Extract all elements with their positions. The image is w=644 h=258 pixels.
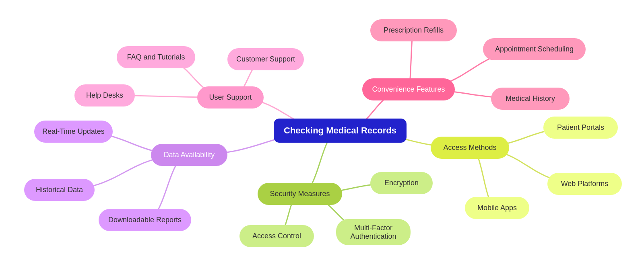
node-label-patient_portals: Patient Portals	[557, 123, 604, 132]
node-label-center: Checking Medical Records	[284, 125, 396, 136]
node-label-downloadable_reports: Downloadable Reports	[108, 216, 182, 224]
node-label-user_support: User Support	[209, 93, 252, 102]
node-label-convenience_features: Convenience Features	[372, 85, 445, 94]
node-user_support: User Support	[197, 86, 264, 109]
node-patient_portals: Patient Portals	[543, 117, 618, 139]
node-label-historical_data: Historical Data	[36, 186, 83, 194]
node-real_time_updates: Real-Time Updates	[34, 121, 113, 143]
node-medical_history: Medical History	[491, 88, 570, 110]
node-label-appointment_scheduling: Appointment Scheduling	[495, 45, 574, 53]
node-label-real_time_updates: Real-Time Updates	[42, 127, 104, 136]
node-access_methods: Access Methods	[431, 137, 509, 159]
node-label-web_platforms: Web Platforms	[561, 180, 609, 188]
node-prescription_refills: Prescription Refills	[370, 19, 457, 41]
node-label-faq_tutorials: FAQ and Tutorials	[127, 53, 185, 61]
node-label-prescription_refills: Prescription Refills	[384, 26, 444, 35]
node-label-mfa: Multi-FactorAuthentication	[350, 224, 396, 241]
node-faq_tutorials: FAQ and Tutorials	[117, 46, 195, 68]
node-mobile_apps: Mobile Apps	[465, 197, 529, 219]
node-label-medical_history: Medical History	[506, 94, 555, 103]
node-data_availability: Data Availability	[151, 144, 227, 166]
node-mfa: Multi-FactorAuthentication	[336, 219, 411, 245]
node-label-data_availability: Data Availability	[164, 151, 215, 159]
node-label-access_methods: Access Methods	[443, 143, 496, 152]
node-web_platforms: Web Platforms	[547, 173, 622, 195]
node-downloadable_reports: Downloadable Reports	[99, 209, 191, 231]
node-label-access_control: Access Control	[252, 232, 301, 240]
node-label-mobile_apps: Mobile Apps	[477, 204, 517, 212]
node-customer_support: Customer Support	[227, 48, 304, 70]
node-access_control: Access Control	[239, 225, 314, 247]
node-center: Checking Medical Records	[274, 119, 407, 143]
node-convenience_features: Convenience Features	[362, 78, 455, 100]
node-security_measures: Security Measures	[258, 183, 342, 205]
node-encryption: Encryption	[370, 172, 433, 194]
node-label-security_measures: Security Measures	[270, 190, 330, 198]
node-label-help_desks: Help Desks	[86, 91, 123, 100]
node-appointment_scheduling: Appointment Scheduling	[483, 38, 586, 60]
node-historical_data: Historical Data	[24, 179, 95, 201]
node-label-encryption: Encryption	[384, 179, 419, 187]
node-help_desks: Help Desks	[74, 84, 135, 106]
node-label-customer_support: Customer Support	[236, 55, 295, 63]
